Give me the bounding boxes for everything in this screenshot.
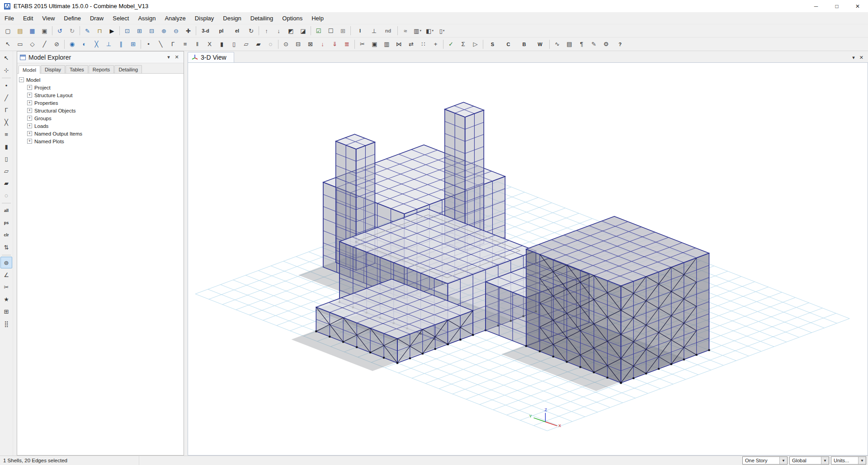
tree-node-loads[interactable]: +Loads <box>27 122 183 130</box>
pan-icon[interactable]: ✚ <box>183 25 194 37</box>
undo-icon[interactable]: ↺ <box>54 25 66 37</box>
section-cut-tool-icon[interactable]: ✂ <box>0 281 12 293</box>
display-style-icon[interactable]: ▥▾ <box>412 25 424 37</box>
measure-tool-icon[interactable]: ∠ <box>0 269 12 281</box>
draw-floor-icon[interactable]: ▱ <box>241 38 252 50</box>
section-cut-display-icon[interactable]: ⊥ <box>368 25 380 37</box>
edit-copy-icon[interactable]: ▣ <box>369 38 381 50</box>
open-model-icon[interactable]: ▤ <box>14 25 26 37</box>
expand-icon[interactable]: + <box>27 93 32 98</box>
assign-frame-load-icon[interactable]: ⇓ <box>329 38 341 50</box>
save-model-icon[interactable]: ▦ <box>27 25 38 37</box>
restore-full-view-icon[interactable]: ⊞ <box>134 25 146 37</box>
explorer-tab-detailing[interactable]: Detailing <box>114 65 142 73</box>
snap-parallel-icon[interactable]: ∥ <box>115 38 127 50</box>
snap-midpoints-icon[interactable]: ◐ <box>79 38 90 50</box>
draw-joint-tool-icon[interactable]: • <box>0 80 12 91</box>
menu-analyze[interactable]: Analyze <box>160 12 190 24</box>
snap-grid-icon[interactable]: ⊞ <box>127 38 139 50</box>
view-elevation-button[interactable]: el <box>230 25 245 37</box>
detailing-tool-icon[interactable]: ✎ <box>588 38 600 50</box>
explorer-tab-tables[interactable]: Tables <box>66 65 88 73</box>
tabbar-close-icon[interactable]: ✕ <box>859 55 863 61</box>
quick-draw-braces-tool-icon[interactable]: ╳ <box>0 116 12 128</box>
explorer-tab-model[interactable]: Model <box>19 66 40 74</box>
menu-design[interactable]: Design <box>218 12 245 24</box>
draw-wall-icon[interactable]: ▮ <box>216 38 228 50</box>
coordinate-system-selector[interactable]: Global▼ <box>789 456 829 465</box>
draw-null-area-tool-icon[interactable]: ◌ <box>0 189 12 201</box>
tree-node-groups[interactable]: +Groups <box>27 114 183 122</box>
rotate-3d-view-icon[interactable]: ↻ <box>245 25 257 37</box>
show-tables-icon[interactable]: ▤ <box>564 38 576 50</box>
run-options-icon[interactable]: ▷ <box>470 38 481 50</box>
previous-zoom-icon[interactable]: ⊟ <box>146 25 158 37</box>
menu-file[interactable]: File <box>0 12 19 24</box>
tree-node-properties[interactable]: +Properties <box>27 99 183 107</box>
quick-draw-floor-tool-icon[interactable]: ▰ <box>0 177 12 189</box>
new-model-icon[interactable]: ▢ <box>2 25 14 37</box>
menu-detailing[interactable]: Detailing <box>246 12 278 24</box>
menu-draw[interactable]: Draw <box>85 12 108 24</box>
quick-draw-frame-tool-icon[interactable]: Γ <box>0 104 12 116</box>
quick-draw-braces-icon[interactable]: Χ <box>204 38 216 50</box>
draw-null-area-icon[interactable]: ◌ <box>265 38 277 50</box>
snap-toggle-icon[interactable]: ⊚ <box>0 257 12 268</box>
show-forces-icon[interactable]: ∿ <box>552 38 563 50</box>
set-display-options-icon[interactable]: ☑ <box>313 25 325 37</box>
analysis-options-icon[interactable]: Σ <box>458 38 469 50</box>
menu-options[interactable]: Options <box>278 12 307 24</box>
menu-display[interactable]: Display <box>190 12 219 24</box>
snap-intersections-icon[interactable]: ╳ <box>91 38 103 50</box>
assign-joint-icon[interactable]: ⊙ <box>280 38 292 50</box>
frame-sections-button[interactable]: I <box>353 25 368 37</box>
draw-frame-icon[interactable]: ╲ <box>155 38 167 50</box>
assign-joint-load-icon[interactable]: ↓ <box>317 38 329 50</box>
quick-draw-beams-icon[interactable]: ≡ <box>179 38 191 50</box>
select-poly-icon[interactable]: ◇ <box>27 38 38 50</box>
minimize-button[interactable]: ─ <box>806 0 826 12</box>
concrete-design-button[interactable]: C <box>501 38 516 50</box>
quick-draw-wall-icon[interactable]: ▯ <box>228 38 240 50</box>
tab-3d-view[interactable]: 3-D View <box>188 52 234 62</box>
quick-draw-frame-icon[interactable]: Γ <box>167 38 179 50</box>
dotted-grid-icon[interactable]: ⣿ <box>0 318 12 329</box>
expand-icon[interactable]: + <box>27 139 32 144</box>
assign-display-icon[interactable]: ☐ <box>325 25 337 37</box>
menu-select[interactable]: Select <box>108 12 133 24</box>
merge-joints-icon[interactable]: ⋈ <box>393 38 405 50</box>
select-pointer-icon[interactable]: ↖ <box>0 52 12 64</box>
quick-draw-wall-tool-icon[interactable]: ▯ <box>0 153 12 164</box>
steel-design-button[interactable]: S <box>485 38 500 50</box>
select-line-icon[interactable]: ╱ <box>39 38 51 50</box>
redo-icon[interactable]: ↻ <box>66 25 78 37</box>
explorer-tab-reports[interactable]: Reports <box>89 65 114 73</box>
close-button[interactable]: ✕ <box>847 0 868 12</box>
story-selector[interactable]: One Story▼ <box>742 456 788 465</box>
chevron-down-icon[interactable]: ▼ <box>779 457 787 464</box>
maximize-button[interactable]: □ <box>826 0 847 12</box>
grid-visibility-icon[interactable]: ⊞ <box>337 25 349 37</box>
pointer-select-icon[interactable]: ↖ <box>2 38 14 50</box>
object-shrink-toggle-icon[interactable]: ◪ <box>297 25 309 37</box>
grid-options-icon[interactable]: ⊞ <box>0 305 12 317</box>
move-icon[interactable]: + <box>430 38 442 50</box>
chevron-down-icon[interactable]: ▼ <box>821 457 829 464</box>
3d-model-viewport[interactable]: ZXY <box>188 62 868 456</box>
mirror-icon[interactable]: ⇄ <box>406 38 417 50</box>
snap-joints-icon[interactable]: ◉ <box>66 38 78 50</box>
shift-view-up-icon[interactable]: ↑ <box>261 25 273 37</box>
expand-icon[interactable]: + <box>27 131 32 136</box>
quick-draw-secondary-beams-tool-icon[interactable]: ≡ <box>0 128 12 140</box>
draw-wall-tool-icon[interactable]: ▮ <box>0 141 12 152</box>
deselect-icon[interactable]: ⊘ <box>51 38 63 50</box>
menu-view[interactable]: View <box>38 12 59 24</box>
panel-chevron-down-icon[interactable]: ▾ <box>165 54 173 60</box>
select-window-icon[interactable]: ▭ <box>14 38 26 50</box>
quick-draw-columns-icon[interactable]: ‖ <box>192 38 203 50</box>
tree-node-named-plots[interactable]: +Named Plots <box>27 137 183 145</box>
report-writer-icon[interactable]: ¶ <box>576 38 588 50</box>
menu-help[interactable]: Help <box>307 12 328 24</box>
zoom-in-icon[interactable]: ⊕ <box>158 25 170 37</box>
help-button[interactable]: ? <box>613 38 628 50</box>
